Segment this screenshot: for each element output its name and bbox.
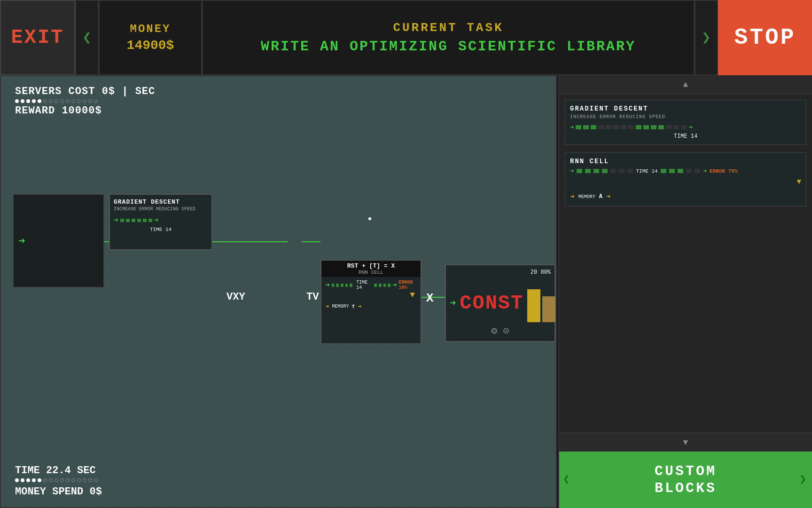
cb-arrow-right-icon: ❯	[800, 473, 808, 487]
nav-left-button[interactable]: ❮	[75, 0, 99, 75]
gradient-in-arrow: ➜	[114, 215, 118, 225]
rnn-header: RST + [T] = X RNN CELL	[321, 261, 421, 277]
sidebar-gradient-subtitle: INCREASE ERROR REDUCING SPEED	[570, 114, 801, 119]
left-input-block[interactable]: ➜	[13, 194, 104, 288]
seg4	[137, 219, 141, 222]
money-label: MONEY	[130, 23, 171, 35]
time-label: TIME 22.4 SEC	[15, 465, 102, 476]
gradient-out-arrow: ➜	[154, 215, 159, 225]
rnn-time-row: ➜ TIME 14 ➜ ERROR 10%	[325, 280, 417, 290]
settings-icon[interactable]: ⚙	[491, 325, 497, 337]
bar1	[527, 289, 540, 322]
gradient-subtitle: INCREASE ERROR REDUCING SPEED	[114, 206, 208, 212]
custom-blocks-label: CUSTOMBLOCKS	[655, 463, 717, 497]
smem-val: A	[599, 193, 602, 200]
stop-label: STOP	[734, 25, 796, 50]
gradient-time: TIME 14	[114, 227, 208, 232]
const-in-arrow: ➜	[450, 297, 456, 310]
srnn-in-arrow: ➜	[570, 167, 574, 175]
nav-right-button[interactable]: ❯	[695, 0, 718, 75]
time-dot-line	[15, 478, 102, 482]
info-top-left: SERVERS COST 0$ | SEC REWARD 10000$	[15, 86, 155, 117]
smem-left-arrow: ➜	[570, 192, 575, 201]
sidebar-gradient-block[interactable]: GRADIENT DESCENT INCREASE ERROR REDUCING…	[565, 100, 806, 145]
seg5	[143, 219, 147, 222]
rnn-cell-block[interactable]: RST + [T] = X RNN CELL ➜ TIME 14 ➜ ERROR…	[320, 260, 422, 344]
const-icons: ⚙ ⊙	[491, 325, 509, 337]
const-bars	[527, 285, 555, 322]
smem-right-arrow: ➜	[606, 192, 611, 201]
current-task-label: CURRENT TASK	[393, 21, 503, 35]
srnn-time-label: TIME 14	[636, 168, 657, 174]
money-panel: MONEY 14900$	[99, 0, 202, 75]
s-out-arrow1: ➜	[688, 123, 692, 131]
rnn-time-label: TIME 14	[356, 280, 370, 290]
const-text: CONST	[460, 292, 523, 315]
memory-label: MEMORY	[332, 304, 349, 309]
reward-label: REWARD 10000$	[15, 105, 155, 117]
sidebar-rnn-block[interactable]: RNN CELL ➜ TIME 14 ➜ ERROR 75% ▼ ➜ MEMOR…	[565, 152, 806, 206]
const-percent-label: 20 80%	[531, 269, 551, 276]
mem-right-arrow: ➜	[358, 302, 361, 310]
exit-label: EXIT	[11, 26, 64, 49]
srnn-out-arrow: ➜	[703, 167, 707, 175]
task-description: WRITE AN OPTIMIZING SCIENTIFIC LIBRARY	[261, 39, 636, 55]
money-spend-label: MONEY SPEND 0$	[15, 486, 102, 498]
sidebar-scroll-down[interactable]: ▼	[559, 433, 812, 452]
tv-label: TV	[306, 291, 319, 303]
rnn-memory-row: ➜ MEMORY T ➜	[325, 302, 417, 310]
top-bar: EXIT ❮ MONEY 14900$ CURRENT TASK WRITE A…	[0, 0, 812, 75]
seg3	[132, 219, 135, 222]
x-label: X	[426, 291, 434, 305]
sidebar-gradient-title: GRADIENT DESCENT	[570, 105, 801, 112]
gradient-progress-row: ➜ ➜	[114, 215, 208, 225]
seg1	[120, 219, 124, 222]
sidebar-memory-row: ➜ MEMORY A ➜	[570, 192, 801, 201]
sidebar-content: GRADIENT DESCENT INCREASE ERROR REDUCING…	[559, 94, 812, 433]
sidebar-gradient-time: TIME 14	[570, 133, 801, 140]
bar2	[542, 296, 555, 322]
stop-button[interactable]: STOP	[718, 0, 812, 75]
sidebar-rnn-rows: ➜ TIME 14 ➜ ERROR 75% ▼ ➜ MEMORY A ➜	[570, 167, 801, 201]
rnn-out-arrow: ➜	[392, 280, 397, 290]
scroll-down-icon: ▼	[683, 438, 688, 447]
center-panel: CURRENT TASK WRITE AN OPTIMIZING SCIENTI…	[202, 0, 695, 75]
gradient-descent-block[interactable]: GRADIENT DESCENT INCREASE ERROR REDUCING…	[109, 194, 212, 250]
custom-blocks-button[interactable]: ❮ CUSTOMBLOCKS ❯	[559, 452, 812, 508]
sidebar-gradient-progress: ➜ ➜	[570, 123, 801, 131]
const-percent2: 80%	[540, 269, 551, 276]
rnn-down-arrow: ▼	[410, 290, 415, 300]
seg2	[126, 219, 130, 222]
sidebar-scroll-up[interactable]: ▲	[559, 75, 812, 94]
scroll-up-icon: ▲	[683, 80, 688, 89]
exit-button[interactable]: EXIT	[0, 0, 75, 75]
target-icon[interactable]: ⊙	[503, 325, 509, 337]
mem-left-arrow: ➜	[325, 302, 329, 310]
rnn-in-arrow: ➜	[325, 280, 330, 290]
memory-val: T	[351, 304, 355, 310]
nav-right-icon: ❯	[702, 28, 710, 47]
const-block[interactable]: ➜ CONST 20 80% ⚙ ⊙	[445, 264, 555, 342]
seg6	[148, 219, 152, 222]
vxy-label: VXY	[226, 291, 245, 303]
rnn-name: RNN CELL	[325, 270, 417, 275]
gradient-title: GRADIENT DESCENT	[114, 198, 208, 206]
sidebar-rnn-title: RNN CELL	[570, 158, 801, 165]
servers-cost-label: SERVERS COST 0$ | SEC	[15, 86, 155, 97]
input-arrow-icon: ➜	[18, 234, 25, 248]
info-bottom-left: TIME 22.4 SEC MONEY SPEND 0$	[15, 465, 102, 498]
srnn-error-label: ERROR 75%	[710, 168, 737, 174]
rnn-error-label: ERROR 10%	[399, 280, 417, 290]
s-in-arrow1: ➜	[570, 123, 574, 131]
const-percent: 20	[531, 269, 537, 276]
smem-label: MEMORY	[578, 194, 595, 199]
main-canvas[interactable]: SERVERS COST 0$ | SEC REWARD 10000$ TIME…	[0, 75, 557, 508]
money-value: 14900$	[127, 38, 174, 53]
servers-dot-line	[15, 99, 155, 103]
cb-arrow-left-icon: ❮	[563, 473, 571, 487]
srnn-down-arrow: ▼	[796, 178, 801, 186]
rnn-formula: RST + [T] = X	[325, 262, 417, 270]
nav-left-icon: ❮	[82, 28, 91, 47]
right-sidebar: ▲ GRADIENT DESCENT INCREASE ERROR REDUCI…	[558, 75, 812, 508]
srnn-time-row: ➜ TIME 14 ➜ ERROR 75%	[570, 167, 801, 175]
